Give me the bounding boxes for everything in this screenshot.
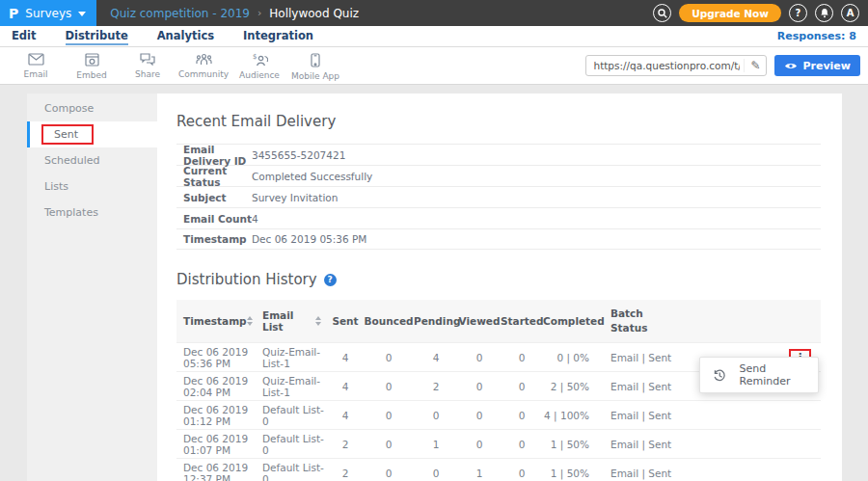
cell-bounced: 0 [364,468,414,479]
channel-community[interactable]: Community [176,51,231,81]
distribution-history-title: Distribution History [176,271,317,288]
survey-nav-items: EditDistributeAnalyticsIntegration [12,27,777,45]
sort-icon[interactable] [315,316,321,326]
cell-value: Email | Sent [610,468,671,479]
channel-label: Email [24,69,48,79]
cell-viewed: 1 [458,468,501,479]
cell-viewed: 0 [458,381,501,392]
notifications-button[interactable] [815,4,833,22]
main-panel: Recent Email Delivery Email Delivery ID3… [157,94,842,481]
cell-timestamp: Dec 06 2019 12:37 PM [176,462,256,481]
cell-value: 2 [342,468,349,479]
cell-pending: 2 [414,381,458,392]
tab-analytics[interactable]: Analytics [157,27,214,45]
detail-value: Survey Invitation [252,192,338,203]
cell-value: 1 | 50% [551,468,589,479]
detail-value: 4 [252,213,258,225]
detail-label: Timestamp [176,233,252,245]
channel-embed[interactable]: Embed [64,51,120,81]
cell-value: 2 | 50% [551,381,589,392]
sidebar-item-lists[interactable]: Lists [27,174,157,200]
svg-text:$: $ [253,53,257,61]
responses-count[interactable]: Responses: 8 [777,30,856,42]
cell-email-list: Quiz-Email-List-1 [256,346,327,369]
channel-audience[interactable]: $Audience [231,51,287,81]
cell-value: 0 [433,468,440,479]
cell-pending: 1 [414,439,458,450]
embed-icon [85,53,99,69]
cell-value: 0 [519,410,526,421]
distribution-help-icon[interactable]: ? [324,274,337,286]
cell-pending: 0 [414,468,458,479]
breadcrumb-folder-link[interactable]: Quiz competition - 2019 [110,7,250,20]
cell-value: 0 [476,381,483,392]
cell-started: 0 [501,468,543,479]
cell-sent: 4 [327,381,364,392]
tab-integration[interactable]: Integration [243,27,313,45]
top-header-bar: P Surveys Quiz competition - 2019 › Holl… [0,0,868,26]
cell-value: 4 [342,381,349,392]
cell-timestamp: Dec 06 2019 01:12 PM [176,404,256,427]
surveys-product-menu[interactable]: P Surveys [0,0,96,26]
cell-pending: 4 [414,352,458,363]
sidebar-item-label: Compose [44,102,94,115]
cell-value: Default List-0 [262,462,324,481]
cell-value: 1 [433,439,440,450]
cell-value: Dec 06 2019 02:04 PM [183,375,248,398]
sidebar-item-label: Templates [44,206,98,219]
recent-delivery-table: Email Delivery ID3455655-5207421Current … [176,144,821,250]
sidebar-item-templates[interactable]: Templates [27,200,157,226]
cell-timestamp: Dec 06 2019 05:36 PM [176,346,256,369]
channel-email[interactable]: Email [8,51,64,81]
sidebar-item-sent[interactable]: Sent [27,121,157,147]
cell-value: 0 [519,381,526,392]
cell-email-list: Default List-0 [256,462,327,481]
upgrade-now-button[interactable]: Upgrade Now [679,4,781,22]
distribution-table-row: Dec 06 2019 01:12 PMDefault List-0400004… [176,400,821,429]
tab-distribute[interactable]: Distribute [66,27,128,45]
edit-url-pencil-icon[interactable]: ✎ [744,59,766,72]
column-header-label: Viewed [459,315,501,327]
column-header-timestamp[interactable]: Timestamp [176,315,256,327]
column-header-email-list[interactable]: Email List [256,309,327,333]
tab-edit[interactable]: Edit [12,27,37,45]
cell-value: Dec 06 2019 01:07 PM [183,433,248,456]
sidebar-item-label: Scheduled [44,154,100,167]
sort-icon[interactable] [247,316,253,326]
sidebar-item-scheduled[interactable]: Scheduled [27,147,157,174]
delivery-detail-row: TimestampDec 06 2019 05:36 PM [176,228,821,250]
cell-batch-status: Email | Sent [603,468,821,479]
channel-mobile-app[interactable]: Mobile App [287,51,343,81]
bell-icon [820,8,829,18]
cell-value: 4 [433,352,440,363]
channel-label: Community [178,69,229,79]
breadcrumb-survey-name: Hollywood Quiz [269,7,359,20]
column-header-batch-status: Batch Status [603,307,821,334]
cell-email-list: Quiz-Email-List-1 [256,375,327,398]
cell-value: 4 | 100% [544,410,589,421]
detail-value: Completed Successfully [252,171,372,182]
preview-button[interactable]: Preview [774,55,860,76]
community-icon [196,53,212,68]
survey-url-input[interactable] [586,60,744,71]
channel-share[interactable]: Share [120,51,176,81]
column-header-pending: Pending [414,315,458,327]
product-menu-label: Surveys [25,7,71,20]
cell-bounced: 0 [364,439,414,450]
sidebar-item-compose[interactable]: Compose [27,95,157,121]
survey-url-box: ✎ [585,55,767,76]
email-icon [28,53,44,68]
channel-label: Embed [76,70,106,80]
cell-value: Dec 06 2019 05:36 PM [183,346,248,369]
recent-delivery-title: Recent Email Delivery [176,113,821,130]
send-reminder-menu-item[interactable]: Send Reminder [740,362,818,387]
cell-sent: 2 [327,439,364,450]
cell-value: Default List-0 [262,433,324,456]
search-button[interactable] [653,4,671,22]
delivery-detail-row: Email Count4 [176,207,821,228]
help-button[interactable]: ? [789,4,807,22]
account-avatar[interactable]: A [841,4,859,22]
preview-button-label: Preview [802,60,851,72]
cell-value: Dec 06 2019 01:12 PM [183,404,248,427]
cell-value: 0 [386,352,393,363]
